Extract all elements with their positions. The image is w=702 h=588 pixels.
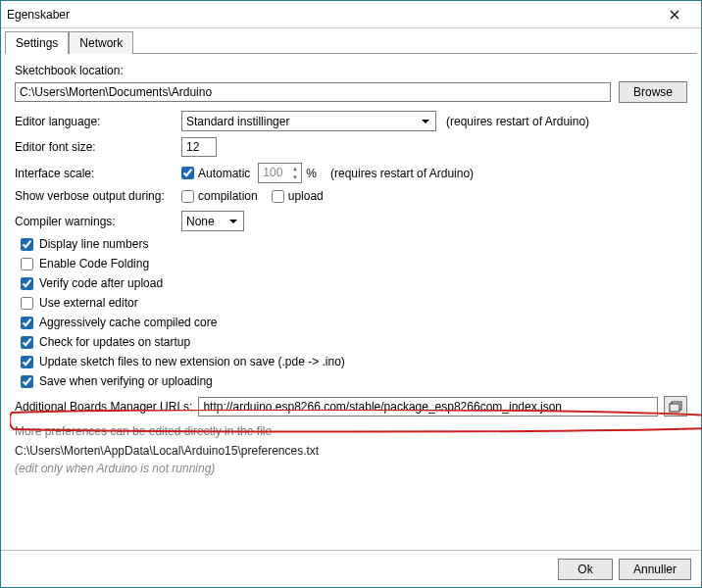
- font-size-label: Editor font size:: [15, 140, 181, 154]
- titlebar: Egenskaber: [1, 1, 701, 28]
- font-size-input[interactable]: [181, 137, 217, 157]
- check-cache-core[interactable]: [21, 317, 33, 329]
- check-external-editor[interactable]: [21, 297, 33, 310]
- settings-panel: Sketchbook location: Browse Editor langu…: [1, 54, 701, 481]
- svg-rect-1: [670, 404, 679, 412]
- dialog-footer: Ok Annuller: [1, 550, 701, 587]
- tab-bar: Settings Network: [5, 30, 697, 54]
- upload-label: upload: [288, 189, 324, 203]
- spinner-arrows: ▲▼: [289, 164, 300, 182]
- compiler-warnings-label: Compiler warnings:: [15, 215, 181, 228]
- close-button[interactable]: [654, 3, 695, 26]
- automatic-checkbox[interactable]: [181, 167, 194, 179]
- tab-settings[interactable]: Settings: [5, 31, 69, 54]
- compilation-label: compilation: [198, 189, 258, 203]
- tab-network[interactable]: Network: [69, 31, 133, 54]
- preferences-path: C:\Users\Morten\AppData\Local\Arduino15\…: [15, 444, 687, 458]
- ok-button[interactable]: Ok: [558, 559, 613, 580]
- editor-language-note: (requires restart of Arduino): [446, 115, 589, 128]
- sketchbook-input[interactable]: [15, 82, 611, 102]
- check-enable-code-folding[interactable]: [21, 258, 33, 270]
- cancel-button[interactable]: Annuller: [619, 559, 691, 580]
- compiler-warnings-select[interactable]: None: [181, 211, 244, 231]
- window-stack-icon: [669, 401, 682, 413]
- additional-urls-input[interactable]: [198, 397, 658, 416]
- check-display-line-numbers[interactable]: [21, 238, 33, 251]
- window-title: Egenskaber: [7, 8, 654, 22]
- options-checklist: Display line numbers Enable Code Folding…: [15, 237, 687, 388]
- edit-only-note: (edit only when Arduino is not running): [15, 462, 687, 475]
- close-icon: [670, 10, 679, 20]
- check-update-extension[interactable]: [21, 356, 33, 368]
- editor-language-label: Editor language:: [15, 115, 181, 128]
- check-verify-after-upload[interactable]: [21, 277, 33, 290]
- scale-spinner[interactable]: 100 ▲▼: [258, 163, 302, 183]
- additional-urls-label: Additional Boards Manager URLs:: [15, 400, 192, 414]
- interface-scale-label: Interface scale:: [15, 167, 181, 180]
- additional-urls-expand-button[interactable]: [664, 396, 687, 416]
- scale-note: (requires restart of Arduino): [330, 167, 474, 180]
- automatic-label: Automatic: [198, 167, 250, 180]
- check-updates-startup[interactable]: [21, 336, 33, 349]
- upload-checkbox[interactable]: [272, 190, 284, 203]
- verbose-label: Show verbose output during:: [15, 189, 181, 203]
- compilation-checkbox[interactable]: [181, 190, 194, 203]
- more-preferences-note: More preferences can be edited directly …: [15, 424, 687, 438]
- scale-unit: %: [306, 167, 317, 180]
- browse-button[interactable]: Browse: [619, 81, 687, 103]
- editor-language-select[interactable]: Standard instillinger: [181, 111, 436, 131]
- check-save-verify-upload[interactable]: [21, 375, 33, 388]
- sketchbook-label: Sketchbook location:: [15, 64, 124, 77]
